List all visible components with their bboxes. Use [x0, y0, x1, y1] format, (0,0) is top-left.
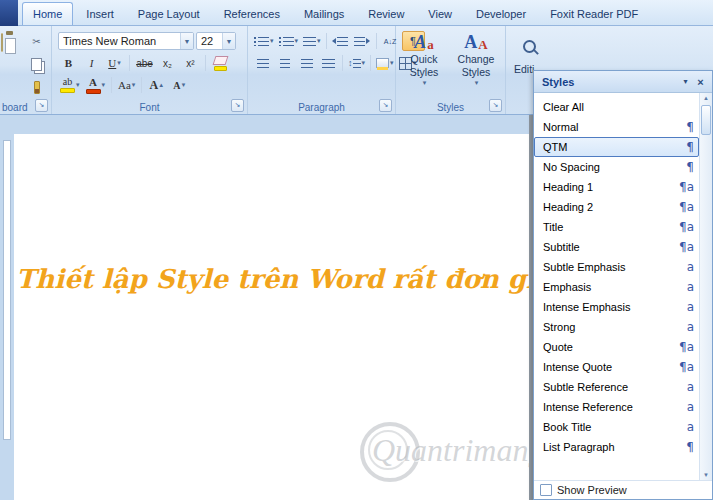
- style-item-subtle-reference[interactable]: Subtle Referencea: [534, 377, 699, 397]
- style-item-intense-reference[interactable]: Intense Referencea: [534, 397, 699, 417]
- bullet-list-icon: [254, 37, 256, 46]
- change-case-button[interactable]: Aa ▾: [116, 76, 137, 94]
- show-preview-label: Show Preview: [557, 484, 627, 496]
- style-type-icon: a: [687, 280, 694, 294]
- style-item-clear-all[interactable]: Clear All: [534, 97, 699, 117]
- dropdown-arrow-icon: ▾: [117, 59, 121, 67]
- decrease-indent-button[interactable]: [330, 32, 351, 50]
- document-page[interactable]: Thiết lập Style trên Word rất đơn giản Q…: [14, 134, 529, 500]
- increase-indent-button[interactable]: [352, 32, 373, 50]
- clear-formatting-button[interactable]: [210, 54, 231, 72]
- shrink-font-button[interactable]: A ▼: [169, 76, 190, 94]
- clipboard-group: ✂ board ↘: [0, 26, 52, 114]
- style-item-list-paragraph[interactable]: List Paragraph¶: [534, 437, 699, 457]
- style-type-icon: a: [687, 380, 694, 394]
- scrollbar-thumb[interactable]: [701, 105, 711, 135]
- style-item-heading-2[interactable]: Heading 2¶a: [534, 197, 699, 217]
- format-painter-button[interactable]: [26, 78, 47, 96]
- shading-icon: [376, 58, 389, 68]
- tab-insert[interactable]: Insert: [75, 2, 125, 25]
- dropdown-arrow-icon: ▼: [180, 33, 193, 49]
- bullets-button[interactable]: ▾: [252, 32, 276, 50]
- style-item-subtle-emphasis[interactable]: Subtle Emphasisa: [534, 257, 699, 277]
- underline-button[interactable]: U ▾: [104, 54, 125, 72]
- multilevel-list-button[interactable]: ▾: [301, 32, 323, 50]
- style-item-normal[interactable]: Normal¶: [534, 117, 699, 137]
- styles-dialog-launcher[interactable]: ↘: [489, 99, 502, 112]
- justify-button[interactable]: [318, 54, 339, 72]
- style-item-emphasis[interactable]: Emphasisa: [534, 277, 699, 297]
- tab-page-layout[interactable]: Page Layout: [127, 2, 211, 25]
- tab-mailings[interactable]: Mailings: [293, 2, 355, 25]
- style-type-icon: a: [687, 400, 694, 414]
- line-spacing-button[interactable]: ↕▾: [346, 54, 367, 72]
- italic-button[interactable]: I: [81, 54, 102, 72]
- paragraph-group: ▾ ▾ ▾ A↓Z ¶ ↕▾ ▾ ▾ Paragraph ↘: [248, 26, 396, 114]
- style-item-subtitle[interactable]: Subtitle¶a: [534, 237, 699, 257]
- font-name-combo[interactable]: Times New Roman ▼: [58, 32, 194, 50]
- tab-developer[interactable]: Developer: [465, 2, 537, 25]
- scroll-up-icon[interactable]: ▲: [700, 93, 712, 103]
- text-highlight-button[interactable]: ab ▾: [58, 76, 82, 94]
- show-preview-checkbox[interactable]: [540, 484, 552, 496]
- tab-review[interactable]: Review: [357, 2, 415, 25]
- dropdown-arrow-icon: ▾: [102, 81, 106, 89]
- office-button[interactable]: [0, 0, 18, 26]
- grow-font-button[interactable]: A ▲: [146, 76, 167, 94]
- tab-home[interactable]: Home: [22, 2, 73, 25]
- paste-button[interactable]: [1, 34, 3, 52]
- scroll-down-icon[interactable]: ▼: [700, 470, 712, 480]
- style-item-title[interactable]: Title¶a: [534, 217, 699, 237]
- style-type-icon: a: [687, 300, 694, 314]
- style-item-intense-quote[interactable]: Intense Quote¶a: [534, 357, 699, 377]
- change-styles-button[interactable]: AA Change Styles ▾: [452, 29, 500, 95]
- font-dialog-launcher[interactable]: ↘: [231, 99, 244, 112]
- align-right-button[interactable]: [296, 54, 317, 72]
- style-item-quote[interactable]: Quote¶a: [534, 337, 699, 357]
- tab-foxit-reader-pdf[interactable]: Foxit Reader PDF: [539, 2, 649, 25]
- superscript-button[interactable]: x²: [180, 54, 201, 72]
- style-item-book-title[interactable]: Book Titlea: [534, 417, 699, 437]
- tab-view[interactable]: View: [417, 2, 463, 25]
- style-type-icon: ¶: [686, 440, 694, 454]
- highlight-label: ab: [63, 77, 72, 87]
- align-left-icon: [257, 59, 269, 68]
- tab-references[interactable]: References: [213, 2, 291, 25]
- copy-icon: [31, 58, 42, 71]
- styles-pane-header[interactable]: Styles ▾ ×: [534, 71, 712, 93]
- styles-list-scrollbar[interactable]: ▲ ▼: [699, 93, 712, 480]
- style-item-no-spacing[interactable]: No Spacing¶: [534, 157, 699, 177]
- strikethrough-button[interactable]: abe: [134, 54, 155, 72]
- styles-pane-title: Styles: [542, 76, 574, 88]
- pane-close-icon[interactable]: ×: [693, 74, 708, 89]
- font-color-button[interactable]: A ▾: [84, 76, 108, 94]
- style-item-intense-emphasis[interactable]: Intense Emphasisa: [534, 297, 699, 317]
- font-group-label: Font: [52, 102, 247, 113]
- multilevel-list-icon: [303, 37, 316, 46]
- align-center-button[interactable]: [274, 54, 295, 72]
- pane-menu-arrow-icon[interactable]: ▾: [678, 74, 693, 89]
- style-item-label: Normal: [543, 121, 686, 133]
- numbering-button[interactable]: ▾: [277, 32, 301, 50]
- style-item-strong[interactable]: Stronga: [534, 317, 699, 337]
- quick-styles-button[interactable]: Aa Quick Styles ▾: [400, 29, 448, 95]
- align-center-icon: [280, 59, 290, 68]
- bold-button[interactable]: B: [58, 54, 79, 72]
- shading-button[interactable]: ▾: [374, 54, 396, 72]
- cut-button[interactable]: ✂: [26, 32, 47, 50]
- style-type-icon: ¶: [686, 120, 694, 134]
- font-size-combo[interactable]: 22 ▼: [196, 32, 236, 50]
- copy-button[interactable]: [26, 55, 47, 73]
- align-left-button[interactable]: [252, 54, 273, 72]
- style-item-label: QTM: [543, 141, 686, 153]
- style-item-qtm[interactable]: QTM¶: [534, 137, 699, 157]
- subscript-button[interactable]: x₂: [157, 54, 178, 72]
- highlight-color-bar: [60, 88, 75, 93]
- style-item-heading-1[interactable]: Heading 1¶a: [534, 177, 699, 197]
- vertical-ruler-track: [3, 140, 11, 440]
- find-icon: [523, 29, 536, 53]
- paragraph-dialog-launcher[interactable]: ↘: [379, 99, 392, 112]
- dropdown-arrow-icon: ▼: [222, 33, 235, 49]
- clipboard-dialog-launcher[interactable]: ↘: [35, 99, 48, 112]
- style-type-icon: ¶: [686, 140, 694, 154]
